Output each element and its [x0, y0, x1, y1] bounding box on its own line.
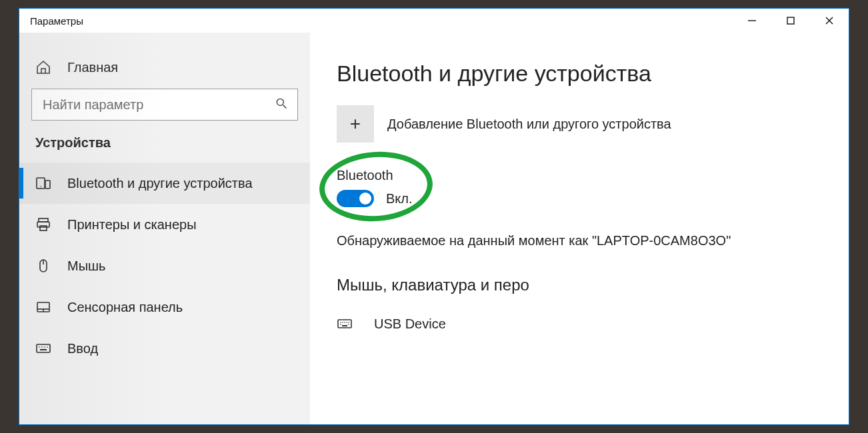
sidebar: Главная Устройства [19, 33, 310, 424]
bluetooth-block: Bluetooth Вкл. [337, 168, 822, 207]
printer-icon [35, 216, 53, 233]
sidebar-item-label: Сенсорная панель [67, 300, 183, 315]
sidebar-home[interactable]: Главная [19, 53, 310, 89]
sidebar-item-label: Ввод [67, 341, 98, 356]
svg-point-28 [348, 322, 349, 323]
sidebar-section-label: Устройства [19, 135, 310, 163]
sidebar-item-printers[interactable]: Принтеры и сканеры [19, 204, 310, 245]
svg-point-30 [348, 324, 349, 325]
bluetooth-toggle[interactable] [337, 190, 374, 207]
search-input[interactable] [41, 97, 275, 113]
svg-point-27 [346, 322, 347, 323]
svg-line-5 [283, 105, 287, 108]
svg-rect-23 [338, 320, 351, 328]
device-label: USB Device [374, 316, 446, 332]
devices-icon [35, 175, 53, 192]
svg-point-26 [344, 322, 345, 323]
sidebar-nav: Bluetooth и другие устройства Принтеры и… [19, 163, 310, 369]
page-title: Bluetooth и другие устройства [337, 61, 822, 87]
home-icon [35, 59, 53, 75]
close-button[interactable] [810, 9, 849, 33]
section-heading-mouse-kb: Мышь, клавиатура и перо [337, 276, 822, 294]
add-device-label: Добавление Bluetooth или другого устройс… [387, 117, 671, 132]
window-controls [733, 9, 849, 33]
svg-rect-7 [45, 181, 50, 189]
titlebar: Параметры [19, 9, 849, 33]
maximize-button[interactable] [771, 9, 810, 33]
content: Главная Устройства [19, 33, 849, 424]
search-icon [275, 97, 288, 113]
add-device-row[interactable]: + Добавление Bluetooth или другого устро… [337, 105, 822, 143]
sidebar-item-label: Bluetooth и другие устройства [67, 176, 253, 191]
svg-point-19 [41, 346, 43, 348]
keyboard-icon [35, 340, 53, 357]
svg-point-20 [44, 346, 45, 348]
svg-rect-17 [37, 344, 50, 352]
device-row[interactable]: USB Device [337, 313, 822, 334]
annotation-ellipse [317, 148, 435, 225]
touchpad-icon [35, 298, 53, 316]
sidebar-item-typing[interactable]: Ввод [19, 328, 310, 369]
svg-point-18 [39, 346, 40, 348]
svg-point-8 [40, 186, 41, 187]
sidebar-item-label: Мышь [67, 258, 106, 274]
plus-icon: + [337, 105, 374, 143]
svg-point-25 [342, 322, 343, 323]
window-frame: Параметры [0, 0, 868, 433]
settings-window: Параметры [19, 8, 849, 425]
minimize-button[interactable] [733, 9, 771, 33]
window-title: Параметры [30, 15, 83, 27]
svg-rect-11 [40, 226, 47, 230]
search-box[interactable] [31, 89, 298, 121]
svg-point-24 [340, 322, 341, 323]
main-panel: Bluetooth и другие устройства + Добавлен… [310, 33, 849, 424]
svg-rect-1 [787, 17, 794, 24]
svg-point-4 [277, 99, 283, 105]
discoverable-text: Обнаруживаемое на данный момент как "LAP… [337, 231, 822, 250]
bluetooth-toggle-state: Вкл. [386, 191, 413, 207]
sidebar-item-bluetooth-devices[interactable]: Bluetooth и другие устройства [19, 163, 310, 204]
keyboard-icon [337, 316, 359, 332]
search-wrap [19, 89, 310, 135]
bluetooth-label: Bluetooth [337, 168, 393, 183]
sidebar-home-label: Главная [67, 60, 118, 75]
sidebar-item-mouse[interactable]: Мышь [19, 245, 310, 286]
bluetooth-toggle-row: Вкл. [337, 190, 413, 207]
svg-point-29 [340, 324, 341, 325]
sidebar-item-touchpad[interactable]: Сенсорная панель [19, 286, 310, 328]
mouse-icon [35, 257, 53, 274]
svg-point-21 [47, 346, 48, 348]
sidebar-item-label: Принтеры и сканеры [67, 217, 197, 232]
